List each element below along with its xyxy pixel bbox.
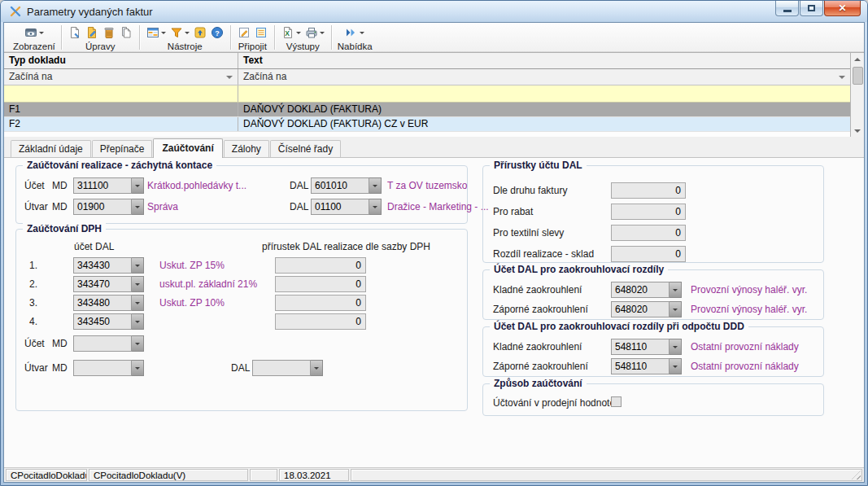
field-value[interactable]: 311100	[73, 177, 132, 194]
attach-edit-icon[interactable]	[237, 25, 251, 40]
menu-arrows-icon[interactable]	[344, 25, 365, 40]
tab-zauctovani[interactable]: Zaúčtování	[153, 138, 222, 158]
lookup-button-icon[interactable]	[132, 199, 144, 215]
lookup-button-icon[interactable]	[670, 282, 682, 298]
lookup-button-icon[interactable]	[369, 199, 382, 215]
scroll-up-icon[interactable]	[852, 53, 864, 65]
ucet-md-field[interactable]: 311100	[73, 177, 144, 194]
field-value[interactable]: 601010	[311, 177, 369, 194]
filter-input-typ[interactable]	[4, 85, 238, 102]
maximize-button[interactable]	[800, 1, 823, 16]
field-value[interactable]: 648020	[611, 301, 670, 317]
lookup-button-icon[interactable]	[132, 276, 144, 292]
field-value[interactable]: 548110	[611, 339, 670, 355]
dph-increment-field-2[interactable]: 0	[275, 276, 366, 292]
dph-increment-field-1[interactable]: 0	[275, 257, 366, 274]
column-header-typ-dokladu[interactable]: Typ dokladu	[4, 53, 238, 68]
prodejni-hodnota-checkbox[interactable]	[611, 396, 622, 407]
titlebar[interactable]: Parametry vydaných faktur ✕	[1, 1, 867, 22]
customize-icon[interactable]	[193, 25, 207, 40]
caret-down-icon	[360, 32, 364, 37]
prirustky-field-1[interactable]: 0	[611, 182, 686, 199]
utvar-dal-field[interactable]: 01100	[311, 199, 382, 215]
tab-ciselne-rady[interactable]: Číselné řady	[270, 140, 341, 158]
field-value[interactable]: 548110	[611, 358, 670, 374]
new-doc-icon[interactable]	[68, 25, 82, 40]
kladne-ddd-field[interactable]: 548110	[611, 339, 682, 355]
chevron-down-icon[interactable]	[226, 76, 233, 82]
field-value[interactable]: 343470	[73, 276, 132, 292]
ucet-label: Účet	[24, 338, 45, 349]
filter-input-text[interactable]	[238, 85, 850, 102]
lookup-button-icon[interactable]	[132, 177, 144, 194]
kladne-field[interactable]: 648020	[611, 282, 682, 298]
edit-doc-icon[interactable]	[85, 25, 99, 40]
field-value[interactable]	[73, 360, 132, 376]
dph-ucet-md-field[interactable]	[73, 335, 144, 352]
lookup-button-icon[interactable]	[369, 177, 382, 194]
lookup-button-icon[interactable]	[132, 257, 144, 274]
lookup-button-icon[interactable]	[670, 301, 682, 317]
chevron-down-icon[interactable]	[839, 76, 845, 82]
excel-icon[interactable]: X	[281, 25, 302, 40]
field-value[interactable]	[252, 360, 311, 376]
field-value[interactable]: 01100	[311, 199, 369, 215]
tab-zakladni-udaje[interactable]: Základní údaje	[11, 140, 91, 158]
dph-dal-field[interactable]	[252, 360, 323, 376]
lookup-button-icon[interactable]	[132, 295, 144, 311]
lookup-button-icon[interactable]	[132, 335, 144, 352]
dph-account-field-2[interactable]: 343470	[73, 276, 144, 292]
lookup-button-icon[interactable]	[670, 358, 682, 374]
attach-list-icon[interactable]	[254, 25, 268, 40]
field-value[interactable]: 343430	[73, 257, 132, 274]
field-value[interactable]: 01900	[73, 199, 132, 215]
prirustky-label-3: Pro textilní slevy	[493, 227, 564, 239]
field-value[interactable]	[73, 335, 132, 352]
prirustky-field-2[interactable]: 0	[611, 204, 686, 220]
filter-icon[interactable]	[169, 25, 190, 40]
scroll-down-icon[interactable]	[852, 125, 864, 137]
ucet-dal-field[interactable]: 601010	[311, 177, 382, 194]
close-button[interactable]: ✕	[824, 1, 861, 16]
column-header-text[interactable]: Text	[238, 53, 850, 68]
lookup-button-icon[interactable]	[670, 339, 682, 355]
view-icon[interactable]	[24, 25, 45, 40]
field-value[interactable]: 343480	[73, 295, 132, 311]
copy-doc-icon[interactable]	[119, 25, 133, 40]
filter-dropdown-typ[interactable]: Začíná na	[4, 69, 238, 85]
print-icon[interactable]	[304, 25, 325, 40]
dph-increment-field-3[interactable]: 0	[275, 295, 366, 311]
prirustky-field-4[interactable]: 0	[611, 246, 686, 262]
dph-increment-field-4[interactable]: 0	[275, 313, 366, 330]
prirustky-field-3[interactable]: 0	[611, 225, 686, 241]
grid-vertical-scrollbar[interactable]	[850, 53, 864, 137]
dph-account-field-4[interactable]: 343450	[73, 313, 144, 330]
settings-table-icon[interactable]	[146, 25, 167, 40]
tab-zalohy[interactable]: Zálohy	[224, 140, 269, 158]
cell-text: DAŇOVÝ DOKLAD (FAKTURA)	[238, 103, 850, 116]
table-row[interactable]: F1 DAŇOVÝ DOKLAD (FAKTURA)	[4, 103, 850, 117]
dph-utvar-md-field[interactable]	[73, 360, 144, 376]
utvar-md-field[interactable]: 01900	[73, 199, 144, 215]
help-icon[interactable]: ?	[210, 25, 225, 40]
zaporne-ddd-field[interactable]: 548110	[611, 358, 682, 374]
zaporne-field[interactable]: 648020	[611, 301, 682, 317]
lookup-button-icon[interactable]	[311, 360, 323, 376]
dph-account-field-3[interactable]: 343480	[73, 295, 144, 311]
filter-dropdown-text[interactable]: Začíná na	[238, 69, 850, 85]
zaporne-label: Záporné zaokrouhlení	[493, 361, 588, 372]
groupbox-title: Způsob zaúčtování	[490, 378, 587, 389]
delete-icon[interactable]	[102, 25, 116, 40]
table-row[interactable]: F2 DAŇOVÝ DOKLAD (FAKTURA) CZ v EUR	[4, 117, 850, 132]
minimize-button[interactable]	[775, 1, 799, 16]
groupbox-zaokrouhleni-ddd: Účet DAL pro zaokrouhlovací rozdíly při …	[482, 326, 824, 377]
lookup-button-icon[interactable]	[132, 360, 144, 376]
tab-prepinace[interactable]: Přepínače	[92, 140, 153, 158]
dph-account-field-1[interactable]: 343430	[73, 257, 144, 274]
lookup-button-icon[interactable]	[132, 313, 144, 330]
scrollbar-thumb[interactable]	[853, 67, 863, 85]
cell-typ: F1	[4, 103, 238, 116]
field-value[interactable]: 343450	[73, 313, 132, 330]
resize-grip[interactable]	[852, 471, 861, 479]
field-value[interactable]: 648020	[611, 282, 670, 298]
